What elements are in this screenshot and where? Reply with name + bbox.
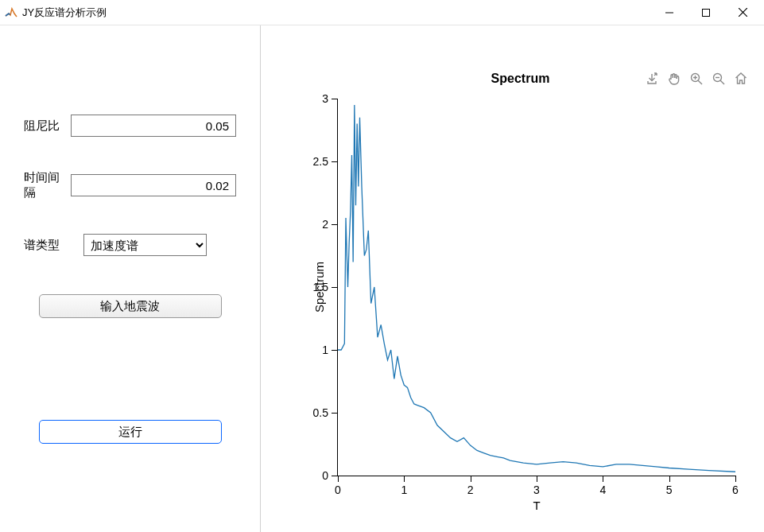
ytick-label: 0 bbox=[322, 469, 328, 482]
xtick-label: 0 bbox=[335, 483, 341, 496]
dt-input[interactable] bbox=[71, 174, 236, 196]
svg-line-5 bbox=[698, 80, 702, 84]
export-icon[interactable] bbox=[643, 70, 661, 87]
import-wave-button[interactable]: 输入地震波 bbox=[39, 294, 222, 318]
dt-row: 时间间隔 bbox=[24, 170, 236, 200]
spectype-label: 谱类型 bbox=[24, 238, 83, 253]
xtick-label: 4 bbox=[599, 483, 606, 496]
damping-row: 阻尼比 bbox=[24, 115, 236, 137]
xtick-label: 3 bbox=[533, 483, 540, 496]
svg-line-9 bbox=[720, 80, 724, 84]
xtick-label: 1 bbox=[401, 483, 407, 496]
damping-input[interactable] bbox=[71, 115, 236, 137]
xtick-label: 6 bbox=[732, 483, 739, 496]
spectype-select[interactable]: 加速度谱速度谱位移谱 bbox=[83, 234, 207, 256]
dt-label: 时间间隔 bbox=[24, 170, 71, 200]
ytick-label: 2 bbox=[322, 218, 328, 231]
ytick-label: 1 bbox=[322, 344, 328, 356]
home-icon[interactable] bbox=[732, 70, 750, 87]
zoom-out-icon[interactable] bbox=[710, 70, 727, 87]
axes-toolbar bbox=[643, 70, 750, 87]
spectype-row: 谱类型 加速度谱速度谱位移谱 bbox=[24, 234, 236, 256]
plot-panel: Spectrum bbox=[261, 25, 764, 532]
window-titlebar: JY反应谱分析示例 bbox=[0, 0, 764, 25]
ytick-label: 3 bbox=[322, 92, 328, 105]
svg-rect-1 bbox=[703, 9, 710, 16]
zoom-in-icon[interactable] bbox=[688, 70, 705, 87]
control-panel: 阻尼比 时间间隔 谱类型 加速度谱速度谱位移谱 输入地震波 运行 bbox=[0, 25, 261, 532]
x-axis-label: T bbox=[338, 499, 735, 512]
chart-line bbox=[338, 99, 735, 476]
run-button[interactable]: 运行 bbox=[39, 420, 222, 444]
damping-label: 阻尼比 bbox=[24, 118, 71, 134]
matlab-icon bbox=[5, 6, 17, 19]
ytick-label: 2.5 bbox=[313, 155, 328, 168]
chart-axes[interactable]: Spectrum T 00.511.522.530123456 bbox=[337, 99, 735, 476]
ytick-label: 1.5 bbox=[313, 281, 328, 293]
window-maximize-button[interactable] bbox=[688, 0, 724, 25]
window-close-button[interactable] bbox=[724, 0, 761, 25]
ytick-label: 0.5 bbox=[313, 406, 328, 419]
window-title: JY反应谱分析示例 bbox=[22, 6, 107, 20]
pan-icon[interactable] bbox=[665, 70, 683, 87]
xtick-label: 5 bbox=[666, 483, 673, 496]
xtick-label: 2 bbox=[467, 483, 474, 496]
window-minimize-button[interactable] bbox=[651, 0, 688, 25]
